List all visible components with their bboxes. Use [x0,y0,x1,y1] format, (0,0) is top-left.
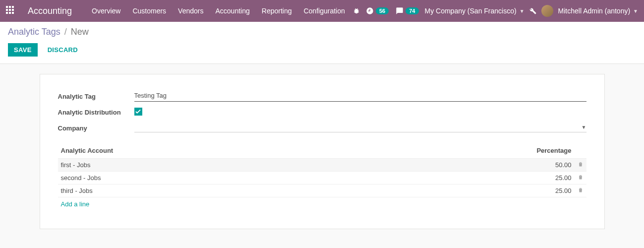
table-row[interactable]: first - Jobs 50.00 [58,159,586,172]
company-switcher[interactable]: My Company (San Francisco) ▼ [425,7,525,15]
discard-button[interactable]: DISCARD [43,43,83,57]
nav-customers[interactable]: Customers [126,0,172,22]
analytic-distribution-checkbox[interactable] [134,108,142,116]
bug-icon[interactable] [353,7,360,14]
analytic-tag-input[interactable] [134,90,586,102]
cp-buttons: SAVE DISCARD [8,43,636,57]
cell-account[interactable]: third - Jobs [58,185,362,197]
nav-right: 56 74 My Company (San Francisco) ▼ Mitch… [353,5,638,17]
caret-down-icon: ▼ [520,8,525,14]
control-panel: Analytic Tags / New SAVE DISCARD [0,22,644,64]
row-analytic-distribution: Analytic Distribution [58,104,586,119]
delete-row-button[interactable] [575,159,586,172]
nav-accounting[interactable]: Accounting [209,0,255,22]
top-navbar: Accounting Overview Customers Vendors Ac… [0,0,644,22]
cell-account[interactable]: first - Jobs [58,159,362,172]
save-button[interactable]: SAVE [8,43,38,57]
apps-icon[interactable] [6,6,16,16]
caret-down-icon: ▼ [633,8,638,14]
label-analytic-tag: Analytic Tag [58,91,134,100]
table-row[interactable]: third - Jobs 25.00 [58,185,586,197]
activity-badge[interactable]: 56 [365,7,390,15]
cell-percentage[interactable]: 25.00 [362,172,574,185]
breadcrumb: Analytic Tags / New [8,27,636,37]
cell-account[interactable]: second - Jobs [58,172,362,185]
distribution-table: Analytic Account Percentage first - Jobs… [58,143,586,211]
activity-count: 56 [376,7,389,14]
row-analytic-tag: Analytic Tag [58,88,586,103]
nav-links: Overview Customers Vendors Accounting Re… [86,0,351,22]
user-label: Mitchell Admin (antony) [558,7,631,15]
cell-percentage[interactable]: 25.00 [362,185,574,197]
company-select[interactable]: ▼ [134,123,586,132]
breadcrumb-sep: / [64,27,67,37]
user-menu[interactable]: Mitchell Admin (antony) ▼ [558,7,638,15]
discuss-badge[interactable]: 74 [395,7,419,15]
add-line-row: Add a line [58,197,586,211]
col-actions [575,143,586,159]
label-company: Company [58,123,134,132]
delete-row-button[interactable] [575,185,586,197]
sheet-bg: Analytic Tag Analytic Distribution Compa… [0,64,644,248]
nav-reporting[interactable]: Reporting [256,0,298,22]
avatar [541,5,553,17]
check-icon [135,109,141,114]
clock-icon [366,7,374,15]
trash-icon [578,187,584,193]
nav-configuration[interactable]: Configuration [297,0,351,22]
form-sheet: Analytic Tag Analytic Distribution Compa… [40,74,605,229]
label-analytic-distribution: Analytic Distribution [58,107,134,116]
discuss-count: 74 [406,7,418,14]
row-company: Company ▼ [58,120,586,135]
nav-overview[interactable]: Overview [86,0,126,22]
breadcrumb-parent[interactable]: Analytic Tags [8,27,60,37]
app-brand[interactable]: Accounting [28,6,72,16]
col-analytic-account: Analytic Account [58,143,362,159]
debug-tools-icon[interactable] [529,7,536,14]
delete-row-button[interactable] [575,172,586,185]
table-row[interactable]: second - Jobs 25.00 [58,172,586,185]
trash-icon [578,161,584,167]
chat-icon [396,7,404,15]
breadcrumb-current: New [71,27,89,37]
caret-down-icon: ▼ [582,124,586,130]
add-line-link[interactable]: Add a line [61,200,90,208]
trash-icon [578,174,584,180]
nav-vendors[interactable]: Vendors [172,0,209,22]
col-percentage: Percentage [362,143,574,159]
company-name: My Company (San Francisco) [425,7,517,15]
cell-percentage[interactable]: 50.00 [362,159,574,172]
